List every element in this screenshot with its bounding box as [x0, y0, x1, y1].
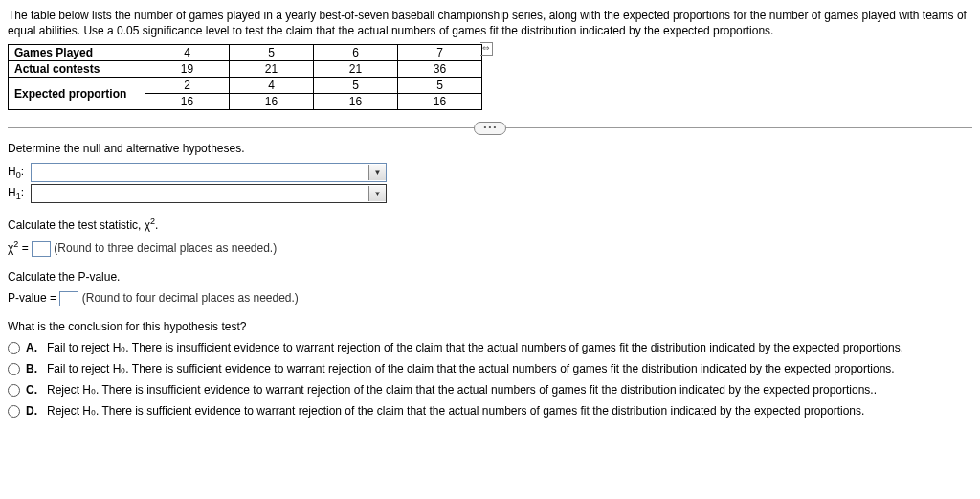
- option-a-row[interactable]: A. Fail to reject H₀. There is insuffici…: [8, 341, 972, 354]
- cell-den: 16: [230, 94, 314, 110]
- option-a-label: A.: [26, 341, 41, 354]
- option-d-row[interactable]: D. Reject H₀. There is sufficient eviden…: [8, 404, 972, 418]
- radio-icon[interactable]: [8, 363, 20, 375]
- cell-den: 16: [398, 94, 482, 110]
- data-table: Games Played 4 5 6 7 Actual contests 19 …: [8, 44, 482, 110]
- row-header-expected: Expected proportion: [9, 78, 145, 110]
- pvalue-prompt: Calculate the P-value.: [8, 270, 972, 284]
- h1-select[interactable]: ▼: [31, 184, 387, 203]
- h0-label: H0:: [8, 165, 31, 180]
- pvalue-input-row: P-value = (Round to four decimal places …: [8, 291, 972, 306]
- radio-icon[interactable]: [8, 405, 20, 418]
- cell: 6: [314, 45, 398, 61]
- hypotheses-prompt: Determine the null and alternative hypot…: [8, 142, 972, 155]
- cell-num: 4: [230, 78, 314, 94]
- chi-square-hint: (Round to three decimal places as needed…: [54, 241, 277, 255]
- chevron-down-icon[interactable]: ▼: [368, 186, 386, 201]
- chi-square-input-row: χ2 = (Round to three decimal places as n…: [8, 239, 972, 257]
- radio-icon[interactable]: [8, 384, 20, 397]
- pvalue-hint: (Round to four decimal places as needed.…: [82, 291, 299, 305]
- chi-square-input[interactable]: [32, 241, 51, 257]
- cell: 21: [230, 61, 314, 78]
- option-c-row[interactable]: C. Reject H₀. There is insufficient evid…: [8, 383, 972, 397]
- chi-square-lhs: χ2 =: [8, 241, 32, 255]
- cell: 21: [314, 61, 398, 78]
- conclusion-prompt: What is the conclusion for this hypothes…: [8, 320, 972, 333]
- option-c-label: C.: [26, 383, 41, 397]
- option-d-label: D.: [26, 404, 41, 418]
- chevron-down-icon[interactable]: ▼: [368, 165, 386, 180]
- cell: 7: [398, 45, 482, 61]
- option-b-row[interactable]: B. Fail to reject H₀. There is sufficien…: [8, 362, 972, 375]
- row-header-games-played: Games Played: [9, 45, 145, 61]
- cell-den: 16: [314, 94, 398, 110]
- pvalue-input[interactable]: [59, 291, 78, 306]
- cell: 5: [230, 45, 314, 61]
- cell-num: 2: [145, 78, 230, 94]
- cell-num: 5: [398, 78, 482, 94]
- cell: 36: [398, 61, 482, 78]
- option-b-text: Fail to reject H₀. There is sufficient e…: [47, 362, 895, 375]
- radio-icon[interactable]: [8, 342, 20, 354]
- table-scroll-icon[interactable]: ⇔: [480, 42, 493, 56]
- cell-den: 16: [145, 94, 230, 110]
- cell: 4: [145, 45, 230, 61]
- option-b-label: B.: [26, 362, 41, 375]
- section-divider: • • •: [8, 127, 972, 128]
- h1-label: H1:: [8, 186, 31, 201]
- cell-num: 5: [314, 78, 398, 94]
- row-header-actual: Actual contests: [9, 61, 145, 78]
- option-a-text: Fail to reject H₀. There is insufficient…: [47, 341, 903, 354]
- cell: 19: [145, 61, 230, 78]
- option-d-text: Reject H₀. There is sufficient evidence …: [47, 404, 864, 418]
- chi-square-prompt: Calculate the test statistic, χ2.: [8, 216, 972, 232]
- problem-statement: The table below lists the number of game…: [8, 8, 972, 38]
- h0-select[interactable]: ▼: [31, 163, 387, 182]
- expand-divider-icon[interactable]: • • •: [474, 122, 506, 135]
- pvalue-lhs: P-value =: [8, 291, 59, 305]
- option-c-text: Reject H₀. There is insufficient evidenc…: [47, 383, 877, 397]
